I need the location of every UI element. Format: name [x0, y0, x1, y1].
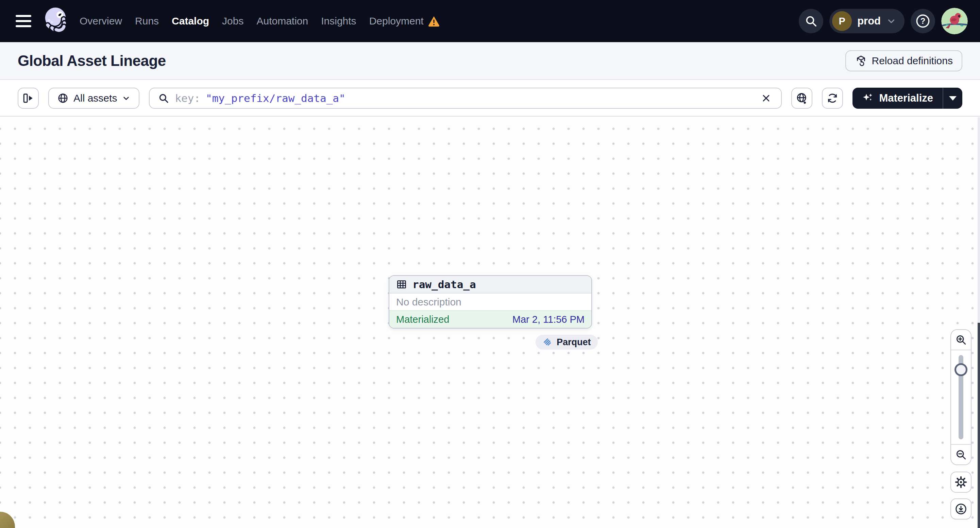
clear-icon: [760, 93, 772, 104]
top-navigation: Overview Runs Catalog Jobs Automation In…: [0, 0, 980, 42]
global-search-button[interactable]: [799, 9, 823, 33]
env-name: prod: [857, 15, 881, 27]
download-icon: [955, 503, 967, 515]
materialize-split-button: Materialize: [853, 88, 963, 109]
asset-description: No description: [389, 293, 591, 310]
search-query-value: "my_prefix/raw_data_a": [206, 92, 345, 104]
page-header: Global Asset Lineage Reload definitions: [0, 42, 980, 80]
zoom-out-button[interactable]: [951, 444, 971, 465]
graph-scrollbar-thumb[interactable]: [978, 323, 980, 528]
clear-search-button[interactable]: [759, 91, 773, 105]
search-icon: [158, 92, 169, 104]
zoom-in-icon: [955, 334, 967, 346]
zoom-controls: [950, 329, 972, 465]
env-avatar: P: [832, 11, 852, 31]
asset-status-label: Materialized: [396, 314, 449, 325]
materialize-icon: [862, 92, 874, 104]
add-to-scope-button[interactable]: [791, 88, 812, 109]
add-scope-icon: [796, 92, 808, 104]
globe-icon: [57, 92, 69, 104]
warning-icon: [428, 15, 440, 27]
nav-deployment[interactable]: Deployment: [369, 15, 440, 27]
help-icon: ?: [915, 13, 931, 29]
menu-button[interactable]: [12, 11, 35, 30]
nav-catalog[interactable]: Catalog: [172, 15, 209, 27]
lineage-graph-canvas[interactable]: raw_data_a No description Materialized M…: [0, 117, 980, 528]
refresh-button[interactable]: [822, 88, 843, 109]
reload-icon: [855, 55, 867, 67]
asset-name: raw_data_a: [412, 278, 476, 290]
dagster-app: Overview Runs Catalog Jobs Automation In…: [0, 0, 980, 528]
menu-icon: [16, 15, 31, 27]
asset-node-raw-data-a[interactable]: raw_data_a No description Materialized M…: [389, 275, 592, 328]
kind-tag-label: Parquet: [557, 337, 591, 347]
dagster-logo[interactable]: [40, 5, 71, 37]
nav-insights[interactable]: Insights: [321, 15, 356, 27]
materialize-options-button[interactable]: [943, 88, 963, 109]
page-title: Global Asset Lineage: [18, 52, 166, 69]
primary-nav: Overview Runs Catalog Jobs Automation In…: [80, 15, 440, 27]
graph-settings-button[interactable]: [950, 472, 972, 493]
refresh-icon: [826, 92, 838, 104]
lineage-toolbar: All assets key: "my_prefix/raw_data_a": [0, 81, 980, 117]
materialize-button[interactable]: Materialize: [853, 88, 943, 109]
zoom-slider[interactable]: [951, 350, 971, 444]
zoom-slider-thumb[interactable]: [955, 363, 967, 376]
settings-icon: [955, 476, 967, 488]
nav-jobs[interactable]: Jobs: [222, 15, 243, 27]
reload-definitions-button[interactable]: Reload definitions: [845, 50, 963, 71]
kind-tag-parquet[interactable]: Parquet: [536, 335, 598, 350]
zoom-in-button[interactable]: [951, 330, 971, 350]
materialize-label: Materialize: [879, 92, 933, 104]
toast-corner: [0, 512, 15, 528]
table-icon: [396, 279, 407, 290]
asset-scope-dropdown[interactable]: All assets: [48, 88, 139, 109]
asset-scope-label: All assets: [73, 92, 117, 104]
chevron-down-icon: [122, 94, 130, 103]
svg-text:?: ?: [921, 16, 926, 25]
user-avatar[interactable]: [941, 8, 968, 34]
nav-automation[interactable]: Automation: [256, 15, 308, 27]
deployment-switcher[interactable]: P prod: [829, 9, 905, 33]
reload-definitions-label: Reload definitions: [872, 55, 953, 67]
chevron-down-icon: [949, 96, 956, 101]
download-graph-button[interactable]: [950, 498, 972, 520]
nav-overview[interactable]: Overview: [80, 15, 122, 27]
help-button[interactable]: ?: [911, 9, 935, 33]
parquet-icon: [542, 337, 552, 347]
search-query-prefix: key:: [175, 92, 200, 104]
topnav-right: P prod ?: [799, 8, 968, 34]
zoom-out-icon: [955, 449, 967, 461]
open-asset-list-button[interactable]: [18, 88, 39, 109]
nav-runs[interactable]: Runs: [135, 15, 159, 27]
asset-materialized-timestamp[interactable]: Mar 2, 11:56 PM: [512, 314, 584, 325]
chevron-down-icon: [886, 16, 896, 26]
search-icon: [804, 14, 818, 28]
asset-node-header: raw_data_a: [389, 276, 591, 293]
asset-search-input[interactable]: key: "my_prefix/raw_data_a": [149, 88, 782, 109]
panel-toggle-icon: [22, 92, 34, 104]
asset-status-row: Materialized Mar 2, 11:56 PM: [389, 310, 591, 328]
nav-deployment-label: Deployment: [369, 15, 424, 27]
